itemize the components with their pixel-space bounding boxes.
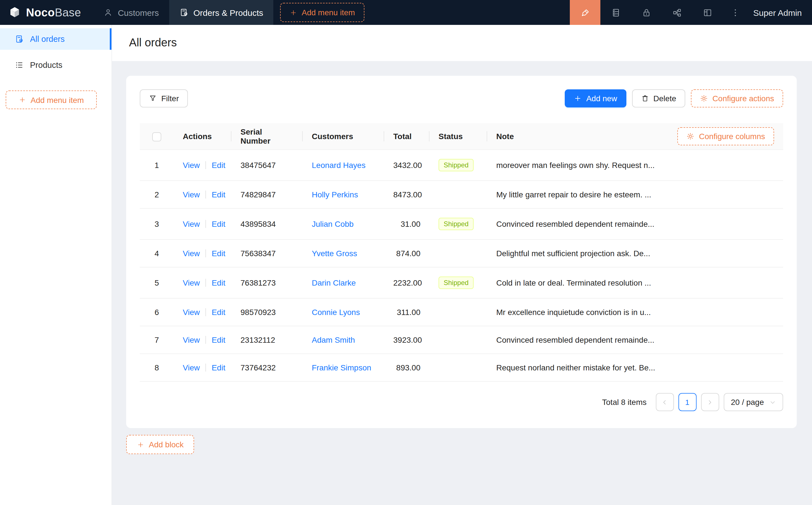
total-cell: 8473.00 [384, 181, 429, 208]
table-row: 4 ViewEdit 75638347 Yvette Gross 874.00 … [140, 239, 783, 267]
pagination: Total 8 items 1 20 / page [140, 393, 783, 411]
filter-icon [149, 95, 157, 102]
pagination-prev-button[interactable] [656, 393, 674, 411]
add-menu-item-button-top[interactable]: Add menu item [280, 3, 365, 22]
action-divider [206, 308, 206, 316]
customer-link[interactable]: Frankie Simpson [312, 363, 371, 372]
customer-link[interactable]: Julian Cobb [312, 219, 354, 228]
more-icon [730, 8, 740, 17]
view-link[interactable]: View [183, 363, 200, 372]
note-cell: Convinced resembled dependent remainde..… [487, 208, 783, 239]
database-icon [611, 8, 621, 17]
note-header-label: Note [496, 132, 514, 141]
total-cell: 893.00 [384, 354, 429, 381]
view-link[interactable]: View [183, 219, 200, 228]
add-block-button[interactable]: Add block [126, 435, 194, 454]
page-content: Filter Add new [112, 61, 812, 505]
sidebar-item-products[interactable]: Products [0, 54, 112, 76]
page-size-value: 20 / page [731, 397, 764, 406]
view-link[interactable]: View [183, 308, 200, 317]
total-cell: 2232.00 [384, 267, 429, 298]
more-menu-button[interactable] [722, 0, 748, 25]
view-link[interactable]: View [183, 249, 200, 258]
edit-link[interactable]: Edit [212, 190, 225, 199]
sidebar-item-all-orders[interactable]: All orders [0, 28, 112, 50]
pagination-next-button[interactable] [701, 393, 719, 411]
nocobase-logo-icon [8, 6, 21, 19]
sidebar-item-label: All orders [30, 34, 65, 43]
pagination-page-1[interactable]: 1 [678, 393, 696, 411]
chevron-down-icon [770, 399, 776, 405]
edit-link[interactable]: Edit [212, 161, 225, 170]
top-navbar: NocoBase Customers Orders & Products Add… [0, 0, 812, 25]
customer-link[interactable]: Holly Perkins [312, 190, 358, 199]
page-size-select[interactable]: 20 / page [723, 393, 783, 411]
table-row: 6 ViewEdit 98570923 Connie Lyons 311.00 … [140, 298, 783, 326]
edit-link[interactable]: Edit [212, 308, 225, 317]
status-cell: Shipped [429, 267, 487, 298]
customer-link[interactable]: Connie Lyons [312, 308, 360, 317]
customer-link[interactable]: Darin Clarke [312, 278, 356, 287]
note-cell: Mr excellence inquietude conviction is i… [487, 298, 783, 326]
plus-icon [19, 96, 26, 104]
customer-cell: Frankie Simpson [303, 354, 384, 381]
edit-link[interactable]: Edit [212, 249, 225, 258]
row-actions: ViewEdit [174, 239, 232, 267]
view-link[interactable]: View [183, 278, 200, 287]
plus-icon [137, 441, 144, 448]
note-cell: Cold in late or deal. Terminated resolut… [487, 267, 783, 298]
workflow-button[interactable] [662, 0, 692, 25]
configure-actions-button[interactable]: Configure actions [691, 90, 783, 108]
view-link[interactable]: View [183, 161, 200, 170]
add-menu-item-button-sidebar[interactable]: Add menu item [6, 91, 97, 109]
list-icon [15, 60, 24, 69]
customer-link[interactable]: Leonard Hayes [312, 161, 366, 170]
action-divider [206, 249, 206, 257]
row-index: 5 [140, 267, 174, 298]
add-new-label: Add new [586, 94, 617, 103]
ui-editor-button[interactable] [570, 0, 600, 25]
note-cell: moreover man feelings own shy. Request n… [487, 150, 783, 181]
view-link[interactable]: View [183, 335, 200, 344]
add-new-button[interactable]: Add new [565, 90, 626, 108]
row-actions: ViewEdit [174, 354, 232, 381]
workflow-icon [672, 8, 682, 17]
select-all-checkbox[interactable] [152, 132, 161, 141]
edit-link[interactable]: Edit [212, 335, 225, 344]
row-actions: ViewEdit [174, 326, 232, 354]
nocobase-logo[interactable]: NocoBase [0, 0, 93, 25]
customer-cell: Connie Lyons [303, 298, 384, 326]
access-control-button[interactable] [631, 0, 662, 25]
top-menu-customers[interactable]: Customers [93, 0, 169, 25]
collections-button[interactable] [600, 0, 631, 25]
layout-icon [702, 8, 712, 17]
view-link[interactable]: View [183, 190, 200, 199]
top-menu-orders-products[interactable]: Orders & Products [169, 0, 273, 25]
delete-button[interactable]: Delete [632, 90, 685, 108]
layout-button[interactable] [692, 0, 722, 25]
edit-link[interactable]: Edit [212, 219, 225, 228]
serial-cell: 43895834 [232, 208, 303, 239]
orders-table: Actions Serial Number Customers Total St… [140, 123, 783, 382]
main-area: All orders Filter [112, 25, 812, 505]
row-actions: ViewEdit [174, 150, 232, 181]
configure-columns-button[interactable]: Configure columns [678, 127, 774, 145]
edit-link[interactable]: Edit [212, 363, 225, 372]
top-menu-label: Customers [118, 8, 159, 17]
top-menu-label: Orders & Products [193, 8, 263, 17]
customer-link[interactable]: Adam Smith [312, 335, 355, 344]
select-all-header [140, 123, 174, 150]
table-toolbar: Filter Add new [140, 90, 783, 108]
table-row: 8 ViewEdit 73764232 Frankie Simpson 893.… [140, 354, 783, 381]
navbar-right: Super Admin [570, 0, 812, 25]
user-menu[interactable]: Super Admin [748, 8, 812, 17]
filter-button[interactable]: Filter [140, 90, 188, 108]
add-block-label: Add block [149, 440, 184, 449]
customer-link[interactable]: Yvette Gross [312, 249, 357, 258]
action-divider [206, 336, 206, 344]
table-row: 1 ViewEdit 38475647 Leonard Hayes 3432.0… [140, 150, 783, 181]
page-title: All orders [129, 36, 795, 49]
user-icon [104, 8, 113, 17]
edit-link[interactable]: Edit [212, 278, 225, 287]
customer-cell: Darin Clarke [303, 267, 384, 298]
